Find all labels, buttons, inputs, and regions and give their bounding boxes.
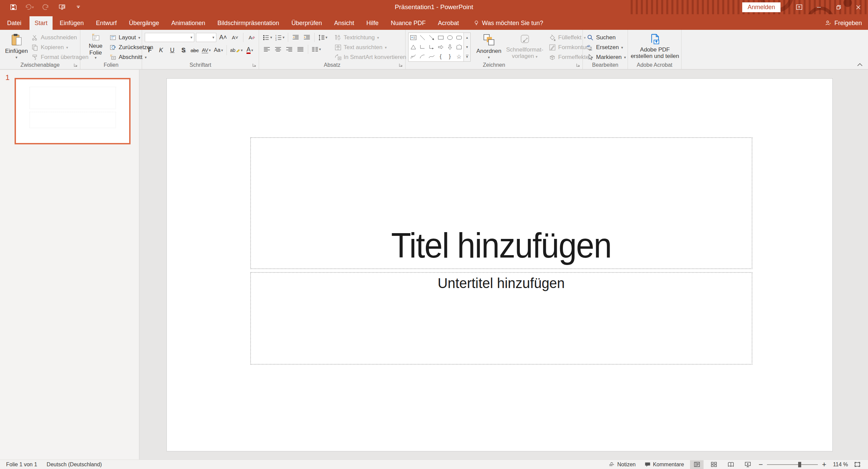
ribbon-display-options-button[interactable] [789, 0, 809, 14]
convert-to-smartart-button[interactable]: In SmartArt konvertieren ▾ [333, 53, 412, 62]
title-placeholder[interactable]: Titel hinzufügen [250, 137, 752, 269]
tab-ueberpruefen[interactable]: Überprüfen [286, 16, 327, 30]
shape-arc[interactable] [418, 52, 427, 61]
gallery-scroll-up-button[interactable]: ▲ [464, 33, 470, 42]
text-direction-button[interactable]: A Textrichtung ▾ [333, 33, 412, 42]
new-slide-button[interactable]: Neue Folie ▾ [83, 32, 108, 61]
align-text-button[interactable]: Text ausrichten ▾ [333, 43, 412, 52]
tab-animationen[interactable]: Animationen [166, 16, 210, 30]
shape-left-brace[interactable]: { [436, 52, 445, 61]
tab-acrobat[interactable]: Acrobat [433, 16, 464, 30]
collapse-ribbon-icon[interactable] [857, 63, 863, 66]
font-dialog-launcher-icon[interactable] [252, 63, 256, 67]
start-from-beginning-button[interactable] [56, 1, 68, 13]
tab-ansicht[interactable]: Ansicht [329, 16, 359, 30]
character-spacing-button[interactable]: AV ▾ [201, 45, 212, 55]
clipboard-dialog-launcher-icon[interactable] [74, 63, 78, 67]
shape-elbow-arrow-connector[interactable] [427, 42, 436, 52]
align-left-button[interactable] [262, 44, 272, 54]
bullets-button[interactable]: ▾ [262, 33, 273, 42]
comments-toggle-button[interactable]: Kommentare [642, 460, 687, 469]
share-button[interactable]: Freigeben [825, 16, 862, 30]
replace-button[interactable]: abac Ersetzen ▾ [586, 43, 626, 52]
shape-down-arrow[interactable] [445, 42, 454, 52]
align-center-button[interactable] [273, 44, 283, 54]
decrease-font-size-button[interactable]: A˅ [230, 33, 240, 42]
shape-right-arrow[interactable] [436, 42, 445, 52]
font-name-combobox[interactable]: ▾ [145, 33, 194, 42]
gallery-scroll-down-button[interactable]: ▼ [464, 42, 470, 52]
gallery-more-button[interactable]: ▼ [464, 52, 470, 61]
increase-indent-button[interactable] [302, 33, 312, 42]
shape-star[interactable]: ☆ [454, 52, 463, 61]
tab-nuance-pdf[interactable]: Nuance PDF [386, 16, 431, 30]
arrange-button[interactable]: Anordnen ▾ [474, 32, 504, 61]
shape-curve[interactable] [427, 52, 436, 61]
slide-canvas[interactable]: Titel hinzufügen Untertitel hinzufügen [166, 78, 833, 451]
zoom-in-button[interactable]: + [821, 460, 827, 469]
numbering-button[interactable]: 123 ▾ [274, 33, 286, 42]
zoom-slider-thumb[interactable] [798, 462, 801, 467]
slide-sorter-view-button[interactable] [707, 460, 721, 469]
slideshow-view-button[interactable] [741, 460, 754, 469]
minimize-button[interactable] [809, 0, 829, 14]
language-button[interactable]: Deutsch (Deutschland) [47, 462, 102, 468]
decrease-indent-button[interactable] [291, 33, 301, 42]
change-case-button[interactable]: Aa ▾ [213, 45, 224, 55]
shape-rounded-rectangle[interactable] [454, 33, 463, 42]
zoom-slider[interactable] [767, 460, 818, 469]
font-size-combobox[interactable]: ▾ [196, 33, 216, 42]
text-shadow-button[interactable]: S [178, 45, 189, 55]
tab-start[interactable]: Start [29, 16, 53, 30]
tab-hilfe[interactable]: Hilfe [361, 16, 383, 30]
close-button[interactable] [848, 0, 868, 14]
shape-line[interactable] [418, 33, 427, 42]
shape-right-brace[interactable]: } [445, 52, 454, 61]
shape-oval[interactable] [445, 33, 454, 42]
sign-in-button[interactable]: Anmelden [742, 2, 781, 12]
drawing-dialog-launcher-icon[interactable] [576, 63, 580, 67]
columns-button[interactable]: ▾ [311, 44, 322, 54]
italic-button[interactable]: K [156, 45, 166, 55]
paste-button[interactable]: Einfügen ▾ [3, 32, 30, 61]
font-color-button[interactable]: A ▾ [245, 45, 255, 55]
quick-styles-button[interactable]: Schnellformat- vorlagen ▾ [504, 32, 546, 61]
line-spacing-button[interactable]: ▾ [317, 33, 329, 42]
redo-button[interactable] [40, 1, 52, 13]
underline-button[interactable]: U [167, 45, 177, 55]
slide-thumbnail-1[interactable] [15, 78, 131, 144]
tab-file[interactable]: Datei [1, 16, 27, 30]
save-button[interactable] [7, 1, 19, 13]
paragraph-dialog-launcher-icon[interactable] [399, 63, 403, 67]
tab-entwurf[interactable]: Entwurf [91, 16, 122, 30]
shape-scribble[interactable] [409, 52, 418, 61]
restore-button[interactable] [829, 0, 848, 14]
shape-elbow-connector[interactable] [418, 42, 427, 52]
tab-uebergaenge[interactable]: Übergänge [124, 16, 164, 30]
strikethrough-button[interactable]: abc [190, 45, 200, 55]
tell-me-box[interactable]: Was möchten Sie tun? [469, 16, 548, 30]
highlight-color-button[interactable]: ab ▾ [229, 45, 244, 55]
justify-button[interactable] [295, 44, 305, 54]
normal-view-button[interactable] [690, 460, 704, 469]
subtitle-placeholder[interactable]: Untertitel hinzufügen [250, 272, 752, 365]
tab-einfuegen[interactable]: Einfügen [55, 16, 89, 30]
notes-toggle-button[interactable]: Notizen [606, 460, 638, 469]
tab-bildschirmpraesentation[interactable]: Bildschirmpräsentation [212, 16, 284, 30]
align-right-button[interactable] [284, 44, 294, 54]
fit-slide-to-window-button[interactable] [851, 460, 863, 469]
bold-button[interactable]: F [145, 45, 155, 55]
increase-font-size-button[interactable]: A˄ [218, 33, 228, 42]
adobe-pdf-button[interactable]: Adobe PDF erstellen und teilen [631, 32, 679, 61]
shape-rectangle[interactable] [436, 33, 445, 42]
undo-button[interactable]: ▾ [24, 1, 35, 13]
customize-qat-button[interactable] [73, 1, 84, 13]
shape-triangle[interactable] [409, 42, 418, 52]
clear-formatting-button[interactable]: A [246, 33, 257, 42]
reading-view-button[interactable] [724, 460, 737, 469]
select-button[interactable]: Markieren ▾ [586, 53, 626, 62]
shape-text-box[interactable]: A [409, 33, 418, 42]
zoom-level-button[interactable]: 114 % [830, 462, 848, 468]
shape-freeform[interactable] [454, 42, 463, 52]
find-button[interactable]: Suchen [586, 33, 626, 42]
